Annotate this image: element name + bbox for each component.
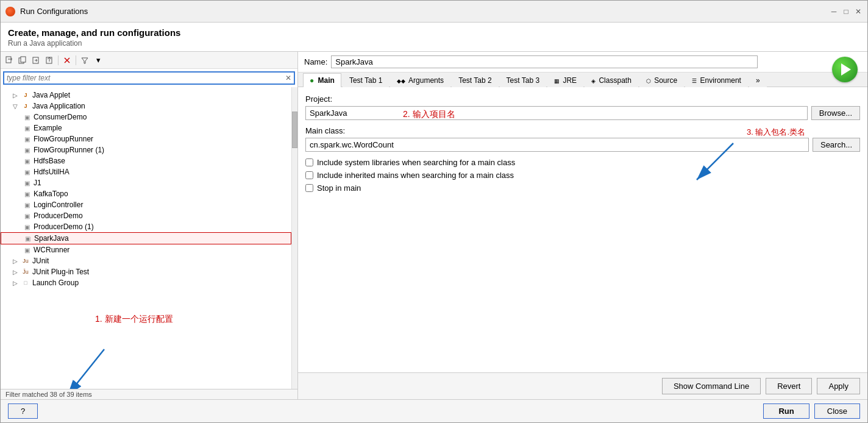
tab-classpath[interactable]: ◈ Classpath	[585, 73, 638, 87]
duplicate-button[interactable]	[16, 54, 29, 66]
filter-dropdown-button[interactable]: ▾	[92, 54, 104, 66]
tab-label: Test Tab 3	[507, 76, 539, 85]
revert-button[interactable]: Revert	[766, 378, 812, 394]
item-icon: ▣	[23, 212, 31, 220]
search-clear-button[interactable]: ✕	[283, 73, 294, 84]
include-inherited-label: Include inherited mains when searching f…	[317, 171, 514, 180]
item-icon: ▣	[23, 168, 31, 176]
tree-item-producer-demo-1[interactable]: ▣ ProducerDemo (1)	[1, 221, 291, 232]
tree-item-wc-runner[interactable]: ▣ WCRunner	[1, 244, 291, 255]
tree-item-label: ProducerDemo (1)	[34, 222, 94, 231]
tree-item-launch-group[interactable]: ▷ □ Launch Group	[1, 277, 291, 288]
run-button-large[interactable]	[832, 57, 858, 82]
tab-source[interactable]: ⬡ Source	[639, 73, 684, 87]
titlebar: Run Configurations ─ □ ✕	[1, 1, 867, 23]
tree-item-hdfs-base[interactable]: ▣ HdfsBase	[1, 155, 291, 166]
tree-item-kafka-topo[interactable]: ▣ KafkaTopo	[1, 188, 291, 199]
show-command-line-button[interactable]: Show Command Line	[662, 378, 761, 394]
minimize-button[interactable]: ─	[830, 7, 838, 16]
tree-item-java-application[interactable]: ▽ J Java Application	[1, 101, 291, 112]
delete-button[interactable]	[61, 54, 73, 66]
tree-item-spark-java[interactable]: ▣ SparkJava	[1, 232, 291, 244]
tab-environment[interactable]: ☰ Environment	[685, 73, 748, 87]
help-button[interactable]: ?	[8, 403, 38, 419]
footer-actions: Run Close	[763, 403, 860, 419]
tab-arguments[interactable]: ◆◆ Arguments	[390, 73, 450, 87]
import-button[interactable]	[30, 54, 42, 66]
item-icon: ▣	[23, 135, 31, 143]
main-class-input[interactable]	[305, 138, 809, 152]
tree-item-label: Example	[34, 124, 62, 132]
scrollbar-thumb[interactable]	[292, 112, 297, 148]
item-icon: ▣	[23, 190, 31, 198]
run-button[interactable]: Run	[763, 403, 809, 419]
project-input[interactable]	[305, 106, 808, 120]
tree-item-label: SparkJava	[34, 234, 69, 243]
tree-item-label: ProducerDemo	[34, 212, 83, 220]
project-annotation: 2. 输入项目名	[403, 109, 455, 120]
tree-scrollbar[interactable]	[291, 87, 297, 389]
tree-item-flow-group-runner[interactable]: ▣ FlowGroupRunner	[1, 133, 291, 144]
tab-test2[interactable]: Test Tab 2	[452, 73, 498, 87]
tree-item-example[interactable]: ▣ Example	[1, 123, 291, 133]
filter-button[interactable]	[79, 54, 91, 66]
config-tabs: ● Main Test Tab 1 ◆◆ Arguments Test Tab …	[298, 73, 867, 87]
tree-item-j1[interactable]: ▣ J1	[1, 177, 291, 188]
page-subtitle: Run a Java application	[8, 39, 860, 48]
help-icon: ?	[21, 407, 25, 416]
main-class-search-button[interactable]: Search...	[813, 138, 860, 152]
expand-icon: ▷	[13, 280, 19, 286]
footer: ? Run Close	[1, 399, 867, 422]
close-button[interactable]: Close	[814, 403, 860, 419]
tab-test3[interactable]: Test Tab 3	[500, 73, 546, 87]
search-input[interactable]	[4, 73, 283, 84]
tree-item-hdfs-util-ha[interactable]: ▣ HdfsUtilHA	[1, 166, 291, 177]
tree-item-consumer-demo[interactable]: ▣ ConsumerDemo	[1, 112, 291, 123]
apply-button[interactable]: Apply	[817, 378, 860, 394]
project-browse-button[interactable]: Browse...	[811, 106, 860, 120]
expand-icon: ▷	[13, 269, 19, 275]
tab-jre[interactable]: ▦ JRE	[547, 73, 583, 87]
tree-item-label: WCRunner	[34, 246, 69, 254]
new-config-button[interactable]	[3, 54, 15, 66]
include-system-label: Include system libraries when searching …	[317, 158, 515, 167]
item-icon: ▣	[23, 124, 31, 132]
main-area: ▾ ✕ ▷ J Java Applet ▽ J Java Application	[1, 52, 867, 399]
include-inherited-checkbox[interactable]	[305, 171, 313, 179]
export-button[interactable]	[43, 54, 55, 66]
tree-item-label: FlowGroupRunner	[34, 135, 93, 143]
tree-item-login-controller[interactable]: ▣ LoginController	[1, 199, 291, 210]
svg-rect-4	[21, 57, 26, 62]
run-play-button[interactable]	[832, 57, 858, 82]
name-input[interactable]	[331, 55, 758, 68]
tree-item-junit[interactable]: ▷ Ju JUnit	[1, 255, 291, 266]
tab-test1[interactable]: Test Tab 1	[343, 73, 389, 87]
tab-main[interactable]: ● Main	[303, 73, 341, 87]
tree-item-label: Launch Group	[32, 279, 79, 287]
tree-item-label: ConsumerDemo	[34, 113, 87, 121]
tree-item-label: FlowGroupRunner (1)	[34, 146, 104, 154]
stop-in-main-checkbox[interactable]	[305, 184, 313, 192]
expand-icon: ▽	[13, 103, 19, 110]
include-system-checkbox[interactable]	[305, 158, 313, 166]
checkbox-stop-in-main: Stop in main	[305, 183, 860, 193]
item-icon: ▣	[23, 146, 31, 154]
launch-group-icon: □	[21, 279, 30, 287]
window-controls[interactable]: ─ □ ✕	[830, 7, 863, 16]
maximize-button[interactable]: □	[842, 7, 850, 16]
tree-item-label: JUnit	[32, 257, 49, 265]
tree-item-java-applet[interactable]: ▷ J Java Applet	[1, 90, 291, 101]
tab-label: Test Tab 1	[349, 76, 382, 85]
close-button[interactable]: ✕	[854, 7, 863, 16]
java-applet-icon: J	[21, 91, 30, 99]
checkbox-include-system: Include system libraries when searching …	[305, 158, 860, 167]
tree-item-junit-plugin[interactable]: ▷ Ĵu JUnit Plug-in Test	[1, 266, 291, 277]
tree-item-producer-demo[interactable]: ▣ ProducerDemo	[1, 210, 291, 221]
junit-plugin-icon: Ĵu	[21, 268, 30, 276]
tree-status: Filter matched 38 of 39 items	[1, 389, 297, 399]
search-box[interactable]: ✕	[3, 71, 295, 85]
tree-item-flow-group-runner-1[interactable]: ▣ FlowGroupRunner (1)	[1, 144, 291, 155]
project-label: Project:	[305, 94, 860, 104]
svg-marker-11	[82, 58, 88, 63]
tab-more[interactable]: »	[749, 73, 767, 87]
